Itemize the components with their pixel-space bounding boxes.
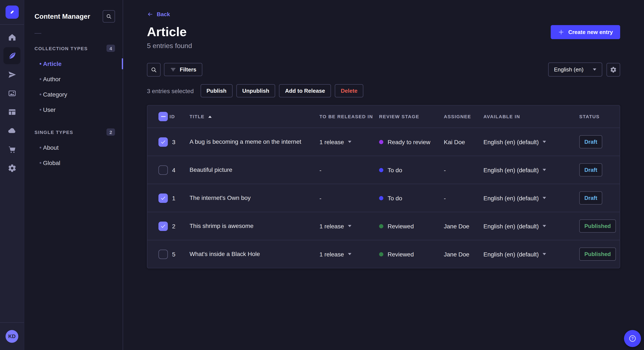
nav-content-type-builder[interactable] [4, 103, 20, 120]
chevron-down-icon [348, 253, 351, 255]
column-header-id[interactable]: ID [170, 114, 190, 119]
available-in-dropdown[interactable]: English (en) (default) [484, 223, 546, 229]
release-value: - [320, 167, 379, 173]
review-stage: Ready to review [379, 138, 444, 145]
sidebar-item-author[interactable]: Author [24, 71, 123, 87]
gear-icon [610, 66, 617, 73]
arrow-left-icon [147, 11, 153, 17]
add-to-release-button[interactable]: Add to Release [279, 84, 331, 97]
unpublish-button[interactable]: Unpublish [236, 84, 275, 97]
available-in-dropdown[interactable]: English (en) (default) [484, 138, 546, 145]
release-dropdown[interactable]: 1 release [320, 223, 351, 229]
svg-text:?: ? [631, 336, 634, 341]
sidebar-item-user[interactable]: User [24, 102, 123, 117]
strapi-logo[interactable] [5, 5, 18, 19]
available-in-dropdown[interactable]: English (en) (default) [484, 251, 546, 257]
row-title: What's inside a Black Hole [190, 240, 320, 268]
check-icon [160, 223, 166, 229]
publish-button[interactable]: Publish [200, 84, 232, 97]
available-in-dropdown[interactable]: English (en) (default) [484, 194, 546, 201]
row-id: 1 [170, 194, 190, 201]
nav-media-library[interactable] [4, 85, 20, 102]
locale-select[interactable]: English (en) [548, 62, 602, 77]
column-header-available[interactable]: AVAILABLE IN [484, 114, 579, 119]
filter-icon [170, 66, 176, 73]
view-settings-button[interactable] [606, 63, 620, 76]
column-header-release[interactable]: TO BE RELEASED IN [320, 114, 379, 119]
entries-count: 5 entries found [147, 42, 192, 50]
back-link[interactable]: Back [147, 11, 170, 17]
column-header-status[interactable]: STATUS [579, 114, 620, 119]
subnav-title: Content Manager [34, 12, 90, 20]
select-all-checkbox[interactable] [158, 112, 168, 121]
row-checkbox[interactable] [158, 137, 168, 147]
subnav-search-button[interactable] [103, 10, 115, 22]
chevron-down-icon [348, 225, 351, 227]
sidebar-item-global[interactable]: Global [24, 155, 123, 171]
media-library-icon [8, 89, 16, 98]
chevron-down-icon [348, 141, 351, 143]
selection-count: 3 entries selected [147, 87, 194, 94]
sidebar-item-label: Author [43, 76, 61, 82]
release-dropdown[interactable]: 1 release [320, 251, 351, 257]
row-id: 4 [170, 167, 190, 173]
page-title: Article [147, 25, 192, 39]
nav-releases[interactable] [4, 66, 20, 83]
row-title: A bug is becoming a meme on the internet [190, 128, 320, 156]
help-button[interactable]: ? [624, 330, 641, 347]
review-stage: To do [379, 167, 444, 173]
create-new-entry-button[interactable]: Create new entry [551, 25, 620, 39]
chevron-down-icon [543, 197, 546, 199]
row-checkbox[interactable] [158, 221, 168, 231]
section-count-badge: 2 [106, 128, 115, 136]
row-checkbox[interactable] [158, 193, 168, 203]
row-title: Beautiful picture [190, 156, 320, 184]
chevron-down-icon [543, 225, 546, 227]
search-button[interactable] [147, 63, 160, 76]
section-count-badge: 4 [106, 45, 115, 52]
main-nav: KD [0, 0, 24, 350]
main-content: Back Article 5 entries found Create new … [123, 0, 644, 350]
sidebar-item-about[interactable]: About [24, 140, 123, 155]
available-in-dropdown[interactable]: English (en) (default) [484, 167, 546, 173]
chevron-down-icon [593, 68, 596, 71]
sidebar-item-category[interactable]: Category [24, 87, 123, 102]
release-value: - [320, 194, 379, 201]
column-header-stage[interactable]: REVIEW STAGE [379, 114, 444, 119]
column-header-title[interactable]: TITLE [190, 114, 320, 119]
section-collection-types[interactable]: COLLECTION TYPES 4 [24, 45, 123, 52]
row-checkbox[interactable] [158, 249, 168, 259]
column-header-assignee[interactable]: ASSIGNEE [444, 114, 484, 119]
table-row[interactable]: 4 Beautiful picture - To do - English (e… [147, 156, 620, 184]
check-icon [160, 195, 166, 201]
nav-home[interactable] [4, 28, 20, 45]
delete-button[interactable]: Delete [335, 84, 363, 97]
plus-icon [558, 29, 564, 35]
nav-marketplace[interactable] [4, 141, 20, 158]
review-stage: Reviewed [379, 223, 444, 229]
sidebar-item-article[interactable]: Article [24, 56, 123, 71]
filters-button[interactable]: Filters [164, 63, 202, 76]
assignee: - [444, 167, 484, 173]
user-avatar[interactable]: KD [6, 330, 18, 343]
row-id: 5 [170, 251, 190, 257]
table-row[interactable]: 3 A bug is becoming a meme on the intern… [147, 128, 620, 156]
chevron-down-icon [543, 253, 546, 255]
status-badge: Published [579, 247, 616, 261]
nav-settings[interactable] [4, 160, 20, 176]
row-title: This shrimp is awesome [190, 212, 320, 240]
status-badge: Draft [579, 191, 602, 204]
check-icon [160, 139, 166, 145]
nav-content-manager[interactable] [4, 47, 20, 64]
release-dropdown[interactable]: 1 release [320, 138, 351, 145]
assignee: Jane Doe [444, 223, 484, 229]
table-row[interactable]: 2 This shrimp is awesome 1 release Revie… [147, 212, 620, 240]
nav-cloud[interactable] [4, 122, 20, 139]
row-checkbox[interactable] [158, 165, 168, 175]
row-title: The internet's Own boy [190, 184, 320, 212]
search-icon [150, 66, 157, 73]
section-single-types[interactable]: SINGLE TYPES 2 [24, 128, 123, 136]
table-row[interactable]: 1 The internet's Own boy - To do - Engli… [147, 184, 620, 212]
review-stage: Reviewed [379, 251, 444, 257]
table-row[interactable]: 5 What's inside a Black Hole 1 release R… [147, 240, 620, 268]
